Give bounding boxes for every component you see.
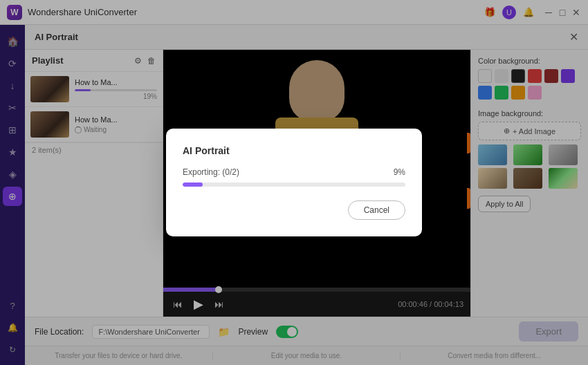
modal-actions: Cancel [183,200,405,220]
cancel-button[interactable]: Cancel [348,200,405,220]
modal-export-label: Exporting: (0/2) [183,167,239,177]
modal-progress-track [183,182,405,187]
modal-overlay: AI Portrait Exporting: (0/2) 9% Cancel [0,0,588,365]
modal-percent: 9% [394,167,405,177]
modal-export-info: Exporting: (0/2) 9% [183,167,405,177]
export-modal: AI Portrait Exporting: (0/2) 9% Cancel [166,129,422,236]
modal-title: AI Portrait [183,145,405,156]
modal-progress-fill [183,182,203,187]
